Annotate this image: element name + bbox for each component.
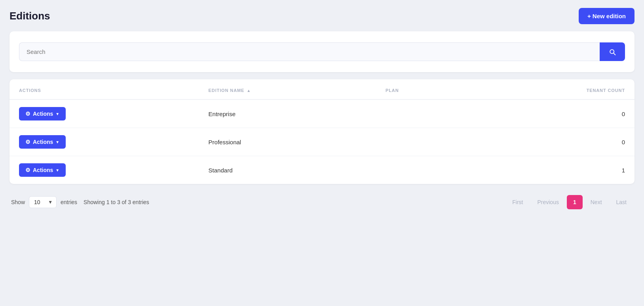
entries-label: entries [61, 199, 77, 205]
table-card: ACTIONS EDITION NAME ▲ PLAN TENANT COUNT [9, 79, 635, 184]
cell-plan [376, 99, 469, 128]
table-row: ⚙ Actions ▼ Standard 1 [9, 156, 635, 184]
new-edition-button[interactable]: + New edition [579, 8, 635, 24]
actions-label: Actions [33, 111, 53, 117]
cell-tenant-count: 0 [469, 99, 635, 128]
pagination: First Previous 1 Next Last [506, 195, 633, 209]
caret-down-icon: ▼ [55, 140, 59, 144]
footer-bar: Show 10 25 50 100 ▼ entries Showing 1 to… [9, 191, 635, 213]
search-input[interactable] [19, 42, 600, 61]
data-table: ACTIONS EDITION NAME ▲ PLAN TENANT COUNT [9, 79, 635, 184]
pagination-current-page[interactable]: 1 [567, 195, 583, 209]
actions-button[interactable]: ⚙ Actions ▼ [19, 135, 66, 149]
search-icon [608, 48, 616, 56]
col-header-plan: PLAN [376, 79, 469, 99]
cell-actions: ⚙ Actions ▼ [9, 99, 199, 128]
pagination-next-button[interactable]: Next [584, 195, 608, 209]
gear-icon: ⚙ [25, 111, 30, 117]
col-header-actions: ACTIONS [9, 79, 199, 99]
search-row [19, 42, 625, 61]
caret-down-icon: ▼ [55, 168, 59, 172]
page-header: Editions + New edition [9, 8, 635, 24]
actions-label: Actions [33, 167, 53, 173]
actions-button[interactable]: ⚙ Actions ▼ [19, 163, 66, 177]
col-header-tenant-count: TENANT COUNT [469, 79, 635, 99]
table-row: ⚙ Actions ▼ Entreprise 0 [9, 99, 635, 128]
actions-button[interactable]: ⚙ Actions ▼ [19, 107, 66, 120]
pagination-previous-button[interactable]: Previous [531, 195, 565, 209]
entries-select-wrap: 10 25 50 100 ▼ [29, 196, 57, 208]
caret-down-icon: ▼ [55, 112, 59, 116]
showing-text: Showing 1 to 3 of 3 entries [84, 199, 149, 205]
cell-edition-name: Entreprise [199, 99, 376, 128]
cell-tenant-count: 1 [469, 156, 635, 184]
cell-plan [376, 128, 469, 156]
search-card [9, 31, 635, 72]
gear-icon: ⚙ [25, 139, 30, 145]
pagination-first-button[interactable]: First [506, 195, 529, 209]
search-button[interactable] [600, 42, 625, 61]
cell-actions: ⚙ Actions ▼ [9, 128, 199, 156]
entries-select[interactable]: 10 25 50 100 [29, 196, 57, 208]
gear-icon: ⚙ [25, 167, 30, 173]
actions-label: Actions [33, 139, 53, 145]
sort-icon: ▲ [247, 88, 251, 93]
col-header-edition-name: EDITION NAME ▲ [199, 79, 376, 99]
table-row: ⚙ Actions ▼ Professional 0 [9, 128, 635, 156]
page-title: Editions [9, 10, 50, 22]
cell-tenant-count: 0 [469, 128, 635, 156]
cell-edition-name: Professional [199, 128, 376, 156]
show-label: Show [11, 199, 25, 205]
cell-actions: ⚙ Actions ▼ [9, 156, 199, 184]
cell-plan [376, 156, 469, 184]
pagination-last-button[interactable]: Last [610, 195, 633, 209]
footer-left: Show 10 25 50 100 ▼ entries Showing 1 to… [11, 196, 149, 208]
table-header-row: ACTIONS EDITION NAME ▲ PLAN TENANT COUNT [9, 79, 635, 99]
cell-edition-name: Standard [199, 156, 376, 184]
